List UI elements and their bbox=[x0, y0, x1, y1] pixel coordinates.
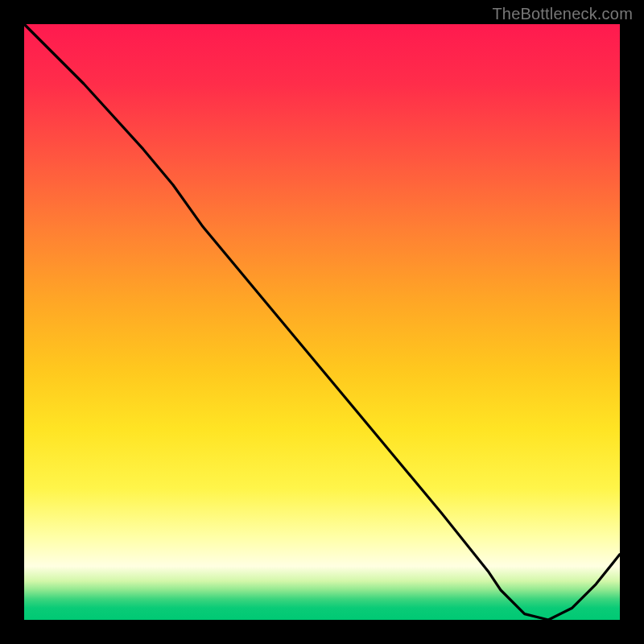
bottleneck-curve-path bbox=[24, 24, 620, 620]
chart-container: TheBottleneck.com bbox=[0, 0, 644, 644]
bottleneck-curve-svg bbox=[24, 24, 620, 620]
attribution-watermark: TheBottleneck.com bbox=[492, 5, 633, 23]
